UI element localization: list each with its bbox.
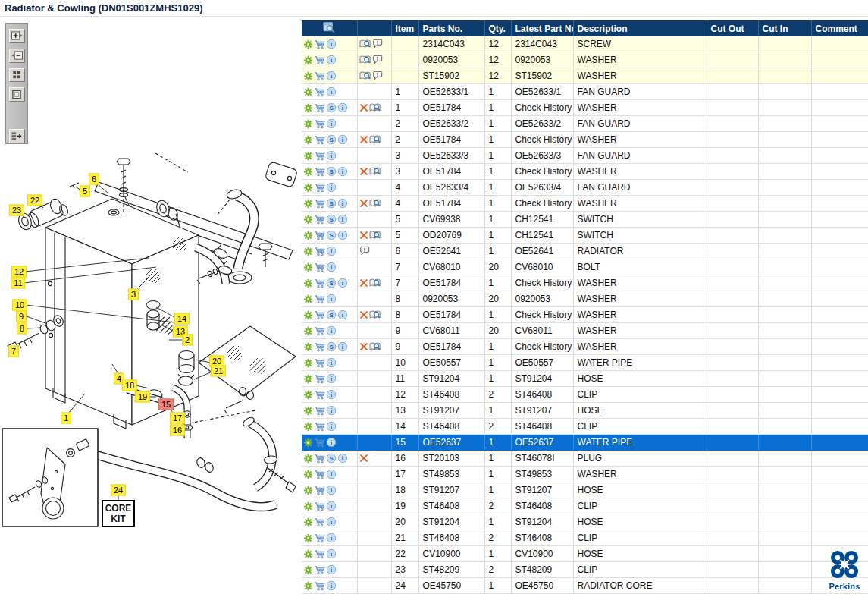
- cart-icon[interactable]: [314, 453, 325, 464]
- callout-9[interactable]: 9: [16, 311, 27, 322]
- gear-icon[interactable]: [303, 215, 313, 225]
- info-icon[interactable]: i: [337, 230, 348, 240]
- gear-icon[interactable]: [303, 358, 313, 368]
- info-icon[interactable]: i: [326, 469, 337, 479]
- cart-icon[interactable]: [314, 230, 325, 241]
- callout-18[interactable]: 18: [122, 380, 137, 391]
- substitute-icon[interactable]: S: [326, 453, 337, 464]
- cart-icon[interactable]: [314, 246, 325, 257]
- info-icon[interactable]: i: [326, 517, 337, 527]
- discontinued-x-icon[interactable]: [359, 199, 368, 208]
- info-icon[interactable]: i: [326, 294, 337, 304]
- cart-icon[interactable]: [314, 198, 325, 209]
- table-row[interactable]: i1OE52633/11OE52633/1FAN GUARD: [302, 84, 868, 100]
- cart-icon[interactable]: [314, 389, 325, 401]
- substitute-icon[interactable]: S: [326, 278, 337, 288]
- info-icon[interactable]: i: [337, 341, 348, 352]
- table-row[interactable]: i22CV109001CV10900HOSE: [302, 546, 868, 562]
- table-row[interactable]: i17ST498531ST49853WASHER: [302, 467, 868, 482]
- cart-icon[interactable]: [314, 310, 325, 321]
- info-icon[interactable]: i: [337, 166, 348, 177]
- gear-icon[interactable]: [303, 183, 313, 193]
- cart-icon[interactable]: [314, 86, 325, 98]
- comment-balloon-icon[interactable]: [372, 55, 383, 65]
- info-icon[interactable]: i: [337, 214, 348, 225]
- table-row[interactable]: i9CV6801120CV68011WASHER: [302, 323, 868, 339]
- callout-11[interactable]: 11: [11, 278, 25, 289]
- info-icon[interactable]: i: [326, 548, 337, 559]
- history-book-icon[interactable]: [369, 310, 381, 320]
- gear-icon[interactable]: [303, 231, 313, 240]
- gear-icon[interactable]: [303, 533, 313, 543]
- cart-icon[interactable]: [314, 469, 325, 480]
- callout-24[interactable]: 24: [111, 485, 126, 496]
- cart-icon[interactable]: [314, 437, 325, 448]
- substitute-icon[interactable]: S: [326, 166, 337, 177]
- substitute-icon[interactable]: S: [326, 134, 337, 145]
- discontinued-x-icon[interactable]: [359, 103, 368, 112]
- cart-icon[interactable]: [314, 501, 325, 512]
- callout-17[interactable]: 17: [170, 413, 185, 424]
- info-icon[interactable]: i: [337, 453, 348, 464]
- gear-icon[interactable]: [303, 294, 313, 304]
- cart-icon[interactable]: [314, 166, 325, 178]
- gear-icon[interactable]: [303, 199, 313, 209]
- gear-icon[interactable]: [303, 501, 313, 511]
- discontinued-x-icon[interactable]: [359, 278, 368, 288]
- table-row[interactable]: i14ST464082ST46408CLIP: [302, 419, 868, 435]
- discontinued-x-icon[interactable]: [359, 135, 368, 144]
- gear-icon[interactable]: [303, 262, 313, 272]
- table-row[interactable]: i20ST912041ST91204HOSE: [302, 514, 868, 530]
- gear-icon[interactable]: [303, 71, 313, 81]
- table-row[interactable]: i7CV6801020CV68010BOLT: [302, 259, 868, 275]
- gear-icon[interactable]: [303, 422, 313, 432]
- gear-icon[interactable]: [303, 119, 313, 129]
- cart-icon[interactable]: [314, 564, 325, 576]
- cart-icon[interactable]: [314, 182, 325, 193]
- info-icon[interactable]: i: [326, 437, 337, 448]
- cart-icon[interactable]: [314, 214, 325, 225]
- preview-icon[interactable]: [323, 22, 336, 33]
- table-row[interactable]: i19ST464082ST46408CLIP: [302, 498, 868, 514]
- history-book-icon[interactable]: [359, 39, 371, 49]
- cart-icon[interactable]: [314, 341, 325, 353]
- comment-balloon-icon[interactable]: [372, 39, 383, 49]
- callout-15[interactable]: 15: [158, 399, 174, 410]
- info-icon[interactable]: i: [326, 182, 337, 193]
- gear-icon[interactable]: [303, 135, 313, 145]
- gear-icon[interactable]: [303, 486, 313, 495]
- gear-icon[interactable]: [303, 374, 313, 384]
- discontinued-x-icon[interactable]: [359, 310, 368, 319]
- table-row[interactable]: Si4OE517841Check HistoryWASHER: [302, 196, 868, 212]
- callout-2[interactable]: 2: [182, 335, 193, 346]
- callout-8[interactable]: 8: [17, 323, 27, 335]
- gear-icon[interactable]: [303, 438, 313, 448]
- info-icon[interactable]: i: [337, 310, 348, 320]
- info-icon[interactable]: i: [326, 357, 337, 368]
- table-row[interactable]: i12ST464082ST46408CLIP: [302, 387, 868, 403]
- cart-icon[interactable]: [314, 548, 325, 560]
- history-book-icon[interactable]: [369, 198, 381, 209]
- info-icon[interactable]: i: [337, 198, 348, 209]
- history-book-icon[interactable]: [359, 71, 371, 81]
- comment-balloon-icon[interactable]: [359, 246, 370, 256]
- discontinued-x-icon[interactable]: [359, 167, 368, 176]
- table-row[interactable]: i23ST482092ST48209CLIP: [302, 562, 868, 578]
- info-icon[interactable]: i: [326, 39, 337, 49]
- discontinued-x-icon[interactable]: [359, 342, 368, 351]
- callout-1[interactable]: 1: [61, 413, 71, 424]
- table-row[interactable]: Si7OE517841Check HistoryWASHER: [302, 275, 868, 291]
- info-icon[interactable]: i: [326, 118, 337, 129]
- gear-icon[interactable]: [303, 55, 313, 65]
- info-icon[interactable]: i: [337, 134, 348, 145]
- callout-10[interactable]: 10: [12, 300, 27, 311]
- table-row[interactable]: i3OE52633/31OE52633/3FAN GUARD: [302, 148, 868, 164]
- callout-22[interactable]: 22: [27, 195, 42, 206]
- gear-icon[interactable]: [303, 278, 313, 288]
- gear-icon[interactable]: [303, 151, 313, 161]
- history-book-icon[interactable]: [369, 230, 381, 240]
- gear-icon[interactable]: [303, 454, 313, 464]
- callout-7[interactable]: 7: [8, 346, 19, 357]
- info-icon[interactable]: i: [337, 278, 348, 288]
- cart-icon[interactable]: [314, 421, 325, 432]
